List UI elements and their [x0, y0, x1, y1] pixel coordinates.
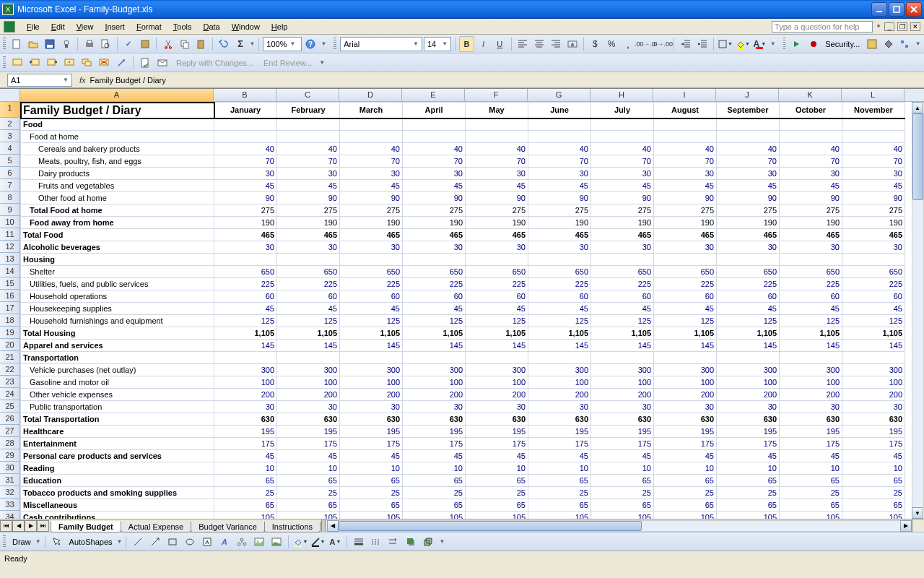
col-header-H[interactable]: H	[590, 89, 653, 101]
cell-K21[interactable]	[780, 352, 842, 364]
name-box[interactable]: A1▼	[7, 74, 72, 87]
cell-L16[interactable]: 60	[842, 290, 905, 303]
cell-D29[interactable]: 45	[340, 450, 403, 462]
fx-icon[interactable]: fx	[79, 76, 86, 85]
cell-D8[interactable]: 90	[340, 192, 403, 204]
cell-A10[interactable]: Food away from home	[21, 217, 214, 229]
row-headers[interactable]: 1234567891011121314151617181920212223242…	[0, 102, 20, 519]
send-mail-icon[interactable]	[154, 55, 170, 71]
cell-K8[interactable]: 90	[780, 192, 842, 204]
cell-D30[interactable]: 10	[340, 462, 403, 475]
cell-D27[interactable]: 195	[340, 426, 403, 438]
cell-J19[interactable]: 1,105	[717, 327, 780, 340]
cell-G26[interactable]: 630	[528, 413, 591, 426]
zoom-combo[interactable]: 100%▼	[263, 37, 301, 51]
inc-decimal-icon[interactable]: .00→.0	[637, 36, 653, 52]
cell-G29[interactable]: 45	[528, 450, 591, 462]
cell-I9[interactable]: 275	[654, 204, 717, 217]
help-icon[interactable]: ?	[303, 36, 318, 52]
arrow-style-icon[interactable]	[385, 534, 401, 550]
cell-G20[interactable]: 145	[528, 340, 591, 352]
cell-C28[interactable]: 175	[277, 438, 340, 450]
cell-G10[interactable]: 190	[528, 217, 591, 229]
cell-C26[interactable]: 630	[277, 413, 340, 426]
cell-A32[interactable]: Tobacco products and smoking supplies	[21, 487, 214, 499]
hscroll-thumb[interactable]	[339, 521, 642, 531]
cell-D28[interactable]: 175	[340, 438, 403, 450]
oval-icon[interactable]	[182, 534, 198, 550]
cell-I28[interactable]: 175	[654, 438, 717, 450]
cell-G7[interactable]: 45	[528, 180, 591, 192]
cell-H22[interactable]: 300	[591, 364, 654, 376]
cell-E26[interactable]: 630	[403, 413, 466, 426]
cell-H33[interactable]: 65	[591, 499, 654, 512]
cell-A34[interactable]: Cash contributions	[21, 512, 214, 519]
maximize-button[interactable]	[889, 2, 905, 17]
cell-H24[interactable]: 200	[591, 389, 654, 401]
cell-E7[interactable]: 45	[403, 180, 466, 192]
cell-L29[interactable]: 45	[842, 450, 905, 462]
show-all-comments-icon[interactable]	[79, 55, 95, 71]
cell-H29[interactable]: 45	[591, 450, 654, 462]
cell-F20[interactable]: 145	[466, 340, 528, 352]
cell-F12[interactable]: 30	[466, 241, 528, 254]
cell-B4[interactable]: 40	[214, 143, 277, 155]
cell-D6[interactable]: 30	[340, 168, 403, 180]
cell-E12[interactable]: 30	[403, 241, 466, 254]
cell-K5[interactable]: 70	[780, 155, 842, 168]
cell-A22[interactable]: Vehicle purchases (net outlay)	[21, 364, 214, 376]
cell-A23[interactable]: Gasoline and motor oil	[21, 376, 214, 389]
cell-K29[interactable]: 45	[780, 450, 842, 462]
cell-B27[interactable]: 195	[214, 426, 277, 438]
col-header-F[interactable]: F	[465, 89, 528, 101]
cell-I7[interactable]: 45	[654, 180, 717, 192]
minimize-button[interactable]	[871, 2, 887, 17]
cell-G32[interactable]: 25	[528, 487, 591, 499]
cell-H3[interactable]	[591, 131, 654, 143]
cell-I27[interactable]: 195	[654, 426, 717, 438]
row-header-7[interactable]: 7	[0, 179, 19, 191]
cell-E14[interactable]: 650	[403, 266, 466, 278]
cell-L13[interactable]	[842, 254, 905, 266]
cell-E8[interactable]: 90	[403, 192, 466, 204]
cell-K17[interactable]: 45	[780, 303, 842, 315]
cell-K10[interactable]: 190	[780, 217, 842, 229]
save-icon[interactable]	[42, 36, 57, 52]
cell-L2[interactable]	[842, 118, 905, 131]
cell-B14[interactable]: 650	[214, 266, 277, 278]
cell-H14[interactable]: 650	[591, 266, 654, 278]
cell-G16[interactable]: 60	[528, 290, 591, 303]
cell-L23[interactable]: 100	[842, 376, 905, 389]
scroll-left-button[interactable]: ◀	[327, 520, 339, 532]
cell-H21[interactable]	[591, 352, 654, 364]
align-center-icon[interactable]	[531, 36, 546, 52]
row-header-26[interactable]: 26	[0, 413, 19, 425]
print-icon[interactable]	[82, 36, 97, 52]
cell-J24[interactable]: 200	[717, 389, 780, 401]
cell-I10[interactable]: 190	[654, 217, 717, 229]
cell-C22[interactable]: 300	[277, 364, 340, 376]
cell-J9[interactable]: 275	[717, 204, 780, 217]
cell-D3[interactable]	[340, 131, 403, 143]
currency-icon[interactable]: $	[588, 36, 603, 52]
cell-C33[interactable]: 65	[277, 499, 340, 512]
menu-edit[interactable]: Edit	[45, 21, 71, 33]
scroll-up-button[interactable]: ▲	[912, 102, 923, 113]
cell-B6[interactable]: 30	[214, 168, 277, 180]
cell-H27[interactable]: 195	[591, 426, 654, 438]
cell-J28[interactable]: 175	[717, 438, 780, 450]
workbook-icon[interactable]	[4, 21, 15, 33]
cell-B19[interactable]: 1,105	[214, 327, 277, 340]
cell-L19[interactable]: 1,105	[842, 327, 905, 340]
cell-F29[interactable]: 45	[466, 450, 528, 462]
cell-E16[interactable]: 60	[403, 290, 466, 303]
cell-I5[interactable]: 70	[654, 155, 717, 168]
cell-B33[interactable]: 65	[214, 499, 277, 512]
dec-decimal-icon[interactable]: .0→.00	[654, 36, 670, 52]
cell-I6[interactable]: 30	[654, 168, 717, 180]
row-header-23[interactable]: 23	[0, 376, 19, 388]
cell-F32[interactable]: 25	[466, 487, 528, 499]
cell-E22[interactable]: 300	[403, 364, 466, 376]
cell-K6[interactable]: 30	[780, 168, 842, 180]
cell-D5[interactable]: 70	[340, 155, 403, 168]
